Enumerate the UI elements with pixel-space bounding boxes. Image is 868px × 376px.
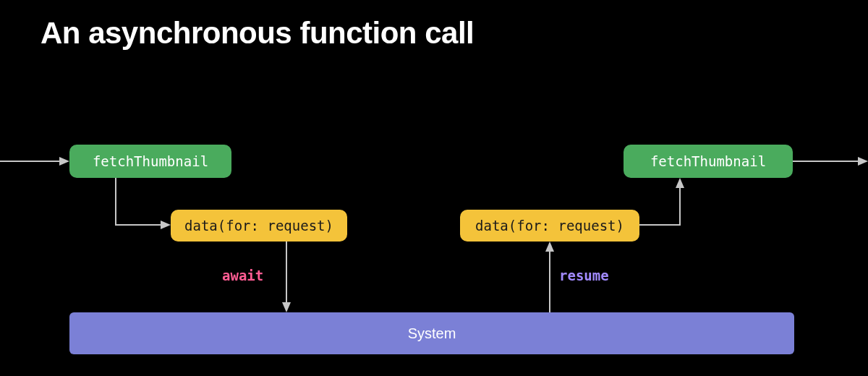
svg-marker-4	[282, 302, 291, 312]
label-resume: resume	[559, 268, 609, 283]
svg-marker-2	[161, 221, 171, 229]
diagram-stage: An asynchronous function call fetchThumb…	[0, 0, 868, 376]
svg-marker-7	[676, 178, 684, 188]
svg-marker-6	[545, 242, 554, 252]
box-fetch-thumbnail-left: fetchThumbnail	[69, 145, 231, 178]
box-fetch-thumbnail-right: fetchThumbnail	[624, 145, 793, 178]
slide-title: An asynchronous function call	[41, 16, 474, 51]
svg-marker-9	[858, 157, 868, 166]
box-data-for-request-right: data(for: request)	[460, 210, 639, 242]
label-await: await	[222, 268, 263, 283]
svg-marker-1	[59, 157, 69, 166]
box-data-for-request-left: data(for: request)	[171, 210, 347, 242]
box-system: System	[69, 312, 794, 354]
